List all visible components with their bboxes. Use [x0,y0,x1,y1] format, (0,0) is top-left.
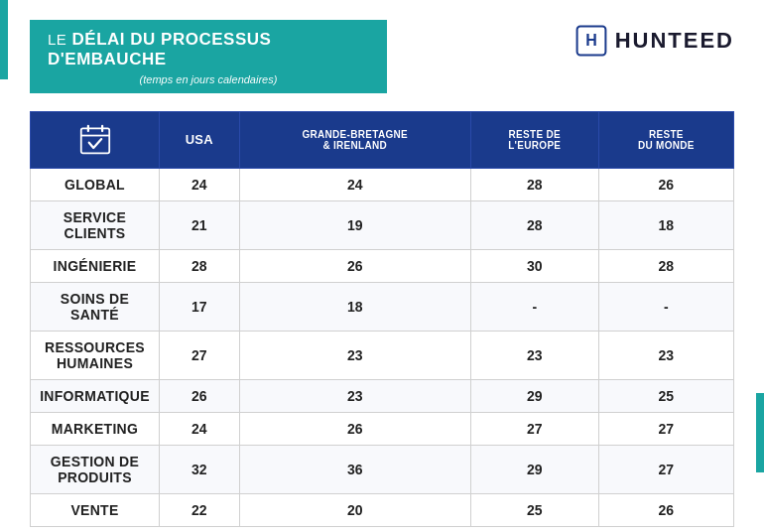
row-value-gb: 23 [239,331,470,379]
row-value-monde: - [598,282,733,331]
title-main: LE DÉLAI DU PROCESSUS D'EMBAUCHE [48,30,369,70]
row-value-usa: 32 [160,445,240,493]
table-row: SOINS DE SANTÉ1718-- [31,282,734,331]
row-value-usa: 17 [160,282,240,331]
row-value-usa: 27 [160,331,240,379]
table-row: MARKETING24262727 [31,412,734,445]
main-table: USA GRANDE-BRETAGNE& IRENLAND RESTE DEL'… [30,111,734,527]
row-value-europe: 23 [470,331,598,379]
title-sub: (temps en jours calendaires) [48,73,369,85]
th-monde: RESTEDU MONDE [598,111,733,168]
row-value-monde: 26 [598,493,733,526]
row-value-usa: 28 [160,249,240,282]
row-value-gb: 24 [239,168,470,200]
row-value-monde: 27 [598,445,733,493]
row-value-gb: 19 [239,200,470,249]
row-value-monde: 26 [598,168,733,200]
svg-rect-2 [80,128,108,153]
row-label: INGÉNIERIE [31,249,160,282]
row-value-gb: 36 [239,445,470,493]
row-value-usa: 24 [160,412,240,445]
row-value-monde: 28 [598,249,733,282]
row-value-monde: 18 [598,200,733,249]
row-value-monde: 27 [598,412,733,445]
header: LE DÉLAI DU PROCESSUS D'EMBAUCHE (temps … [30,20,734,93]
row-value-europe: 25 [470,493,598,526]
th-icon [31,111,160,168]
row-label: VENTE [31,493,160,526]
row-value-gb: 20 [239,493,470,526]
row-label: GLOBAL [31,168,160,200]
th-usa: USA [160,111,240,168]
hunteed-logo-icon: H [575,25,607,57]
table-row: VENTE22202526 [31,493,734,526]
row-label: RESSOURCES HUMAINES [31,331,160,379]
logo-text: HUNTEED [615,28,734,54]
table-row: INFORMATIQUE26232925 [31,379,734,412]
title-block: LE DÉLAI DU PROCESSUS D'EMBAUCHE (temps … [30,20,387,93]
row-value-europe: 29 [470,379,598,412]
page-wrapper: LE DÉLAI DU PROCESSUS D'EMBAUCHE (temps … [0,0,764,532]
row-value-europe: 28 [470,200,598,249]
table-body: GLOBAL24242826SERVICE CLIENTS21192818ING… [31,168,734,526]
row-value-europe: 27 [470,412,598,445]
row-value-gb: 26 [239,249,470,282]
logo-block: H HUNTEED [575,20,734,57]
table-row: SERVICE CLIENTS21192818 [31,200,734,249]
table-row: INGÉNIERIE28263028 [31,249,734,282]
table-row: GESTION DE PRODUITS32362927 [31,445,734,493]
row-label: MARKETING [31,412,160,445]
row-value-monde: 25 [598,379,733,412]
row-value-gb: 26 [239,412,470,445]
row-value-europe: 30 [470,249,598,282]
table-header-row: USA GRANDE-BRETAGNE& IRENLAND RESTE DEL'… [31,111,734,168]
table-row: GLOBAL24242826 [31,168,734,200]
row-value-monde: 23 [598,331,733,379]
row-value-gb: 18 [239,282,470,331]
row-value-usa: 26 [160,379,240,412]
svg-text:H: H [585,32,597,49]
top-accent-bar [0,0,8,79]
row-label: SERVICE CLIENTS [31,200,160,249]
row-label: INFORMATIQUE [31,379,160,412]
row-label: SOINS DE SANTÉ [31,282,160,331]
bottom-accent-bar [756,393,764,472]
row-value-europe: 29 [470,445,598,493]
table-row: RESSOURCES HUMAINES27232323 [31,331,734,379]
row-value-usa: 21 [160,200,240,249]
row-value-usa: 24 [160,168,240,200]
row-value-usa: 22 [160,493,240,526]
title-le: LE [48,31,66,48]
row-label: GESTION DE PRODUITS [31,445,160,493]
row-value-europe: 28 [470,168,598,200]
title-text: DÉLAI DU PROCESSUS D'EMBAUCHE [48,30,271,68]
th-gb: GRANDE-BRETAGNE& IRENLAND [239,111,470,168]
th-europe: RESTE DEL'EUROPE [470,111,598,168]
calendar-check-icon [79,124,111,156]
row-value-europe: - [470,282,598,331]
row-value-gb: 23 [239,379,470,412]
